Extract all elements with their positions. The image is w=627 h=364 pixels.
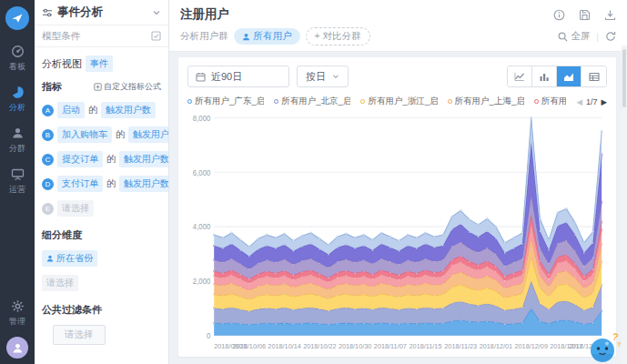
stacked-area-chart[interactable]: 02,0004,0006,0008,0002018/09/282018/10/0… xyxy=(187,110,607,355)
metric-row-d: D 支付订单 的 触发用户数 xyxy=(42,176,161,192)
chart-card: 近90日 按日 所有用户_广东 xyxy=(178,57,616,357)
analysis-view-label: 分析视图 xyxy=(42,57,82,71)
sidebar-item-segments[interactable]: 分群 xyxy=(9,126,25,155)
chevron-down-icon xyxy=(332,73,339,80)
legend-page-indicator: 1/7 xyxy=(586,97,598,106)
sidebar-item-analysis[interactable]: 分析 xyxy=(9,86,25,114)
granularity-select[interactable]: 按日 xyxy=(297,66,349,87)
sidebar-item-label: 分析 xyxy=(9,102,25,114)
panel-title: 事件分析 xyxy=(57,5,147,20)
svg-text:2018/10/14: 2018/10/14 xyxy=(268,341,301,349)
svg-text:2018/12/09: 2018/12/09 xyxy=(515,341,548,349)
legend-marker xyxy=(534,99,539,104)
group-label: 分析用户群 xyxy=(180,30,228,43)
legend-prev-arrow[interactable]: ◀ xyxy=(576,97,582,106)
measure-tag[interactable]: 触发用户数 xyxy=(119,176,168,192)
chevron-down-icon[interactable] xyxy=(152,8,161,17)
pie-chart-icon xyxy=(11,86,25,99)
scrollbar-thumb[interactable] xyxy=(622,49,626,107)
filter-row: 请选择 xyxy=(42,325,161,345)
legend-marker xyxy=(360,99,365,104)
breakdown-label: 细分维度 xyxy=(42,228,82,242)
svg-text:?: ? xyxy=(617,341,621,348)
metric-add-placeholder[interactable]: 请选择 xyxy=(57,200,94,217)
helper-mascot[interactable]: ? ? xyxy=(587,329,623,364)
main-header: 注册用户 分析用户群 所有用户 + 对比分群 全屏 | xyxy=(169,0,627,52)
legend-item-5[interactable]: 所有用户_湖南 xyxy=(534,96,567,107)
sidebar-item-label: 管理 xyxy=(9,316,25,328)
formula-icon xyxy=(94,83,102,91)
panel-body: 分析视图 事件 指标 自定义指标公式 A 启动 的 触发用户数 B 加入购物车 … xyxy=(35,47,168,361)
chart-type-line-button[interactable] xyxy=(508,66,532,86)
filter-add-placeholder[interactable]: 请选择 xyxy=(53,325,106,345)
breakdown-tag-province[interactable]: 所在省份 xyxy=(42,250,97,267)
analysis-view-row: 分析视图 事件 xyxy=(42,56,161,72)
event-tag[interactable]: 启动 xyxy=(57,102,85,118)
sidebar-item-label: 看板 xyxy=(9,61,25,73)
user-avatar[interactable] xyxy=(6,337,28,359)
metric-badge: B xyxy=(42,129,54,141)
legend-item-3[interactable]: 所有用户_浙江_启动的触发用户数 xyxy=(360,96,437,107)
user-group-icon xyxy=(11,126,25,140)
model-condition-row[interactable]: 模型条件 xyxy=(35,25,168,47)
magnifier-icon xyxy=(558,32,568,42)
save-icon[interactable] xyxy=(579,9,591,21)
calendar-icon xyxy=(196,72,206,82)
filter-label: 公共过滤条件 xyxy=(42,303,102,317)
all-users-pill[interactable]: 所有用户 xyxy=(234,28,300,45)
metric-row-b: B 加入购物车 的 触发用户数 xyxy=(42,126,161,143)
custom-formula-link[interactable]: 自定义指标公式 xyxy=(94,81,161,93)
metric-row-a: A 启动 的 触发用户数 xyxy=(42,102,161,118)
svg-text:6,000: 6,000 xyxy=(193,168,211,177)
metric-badge-next: E xyxy=(42,203,54,215)
analysis-config-panel: 事件分析 模型条件 分析视图 事件 指标 自定义指标公式 A 启动 的 触发用户… xyxy=(35,0,169,364)
line-chart-icon xyxy=(514,72,525,82)
measure-tag[interactable]: 触发用户数 xyxy=(119,151,168,167)
sidebar-item-dashboard[interactable]: 看板 xyxy=(9,45,25,73)
svg-text:8,000: 8,000 xyxy=(193,114,211,122)
chart-type-table-button[interactable] xyxy=(581,66,606,86)
chart-type-area-button[interactable] xyxy=(557,66,581,86)
compare-group-button[interactable]: + 对比分群 xyxy=(306,27,370,46)
date-range-value: 近90日 xyxy=(211,70,242,84)
event-tag[interactable]: 支付订单 xyxy=(57,176,103,192)
refresh-icon[interactable] xyxy=(605,31,616,42)
measure-tag[interactable]: 触发用户数 xyxy=(128,126,168,143)
date-range-input[interactable]: 近90日 xyxy=(187,66,289,87)
legend-item-1[interactable]: 所有用户_广东_启动的触发用户数 xyxy=(187,96,264,107)
svg-text:4,000: 4,000 xyxy=(193,223,211,231)
svg-text:2018/10/30: 2018/10/30 xyxy=(339,341,371,349)
metrics-header-row: 指标 自定义指标公式 xyxy=(42,80,161,94)
chart-legend: 所有用户_广东_启动的触发用户数 所有用户_北京_启动的触发用户数 所有用户_浙… xyxy=(187,96,607,107)
info-icon[interactable] xyxy=(553,9,565,21)
svg-text:2018/11/23: 2018/11/23 xyxy=(444,341,477,349)
granularity-value: 按日 xyxy=(306,70,326,84)
page-title: 注册用户 xyxy=(180,6,553,23)
view-tag-event[interactable]: 事件 xyxy=(86,56,113,72)
sidebar-item-admin[interactable]: 管理 xyxy=(9,299,25,328)
svg-text:2018/10/06: 2018/10/06 xyxy=(233,341,266,349)
dimension-person-icon xyxy=(46,255,54,262)
chart-canvas[interactable]: 02,0004,0006,0008,0002018/09/282018/10/0… xyxy=(187,110,607,355)
save-model-icon[interactable] xyxy=(151,31,161,41)
main-area: 注册用户 分析用户群 所有用户 + 对比分群 全屏 | xyxy=(169,0,627,364)
sidebar-item-operation[interactable]: 运营 xyxy=(9,167,25,196)
svg-text:2,000: 2,000 xyxy=(193,278,211,286)
fullscreen-button[interactable]: 全屏 xyxy=(558,30,590,43)
legend-next-arrow[interactable]: ▶ xyxy=(601,97,607,106)
person-icon xyxy=(12,342,24,354)
event-tag[interactable]: 加入购物车 xyxy=(57,126,112,143)
breakdown-add-placeholder[interactable]: 请选择 xyxy=(42,275,78,291)
download-icon[interactable] xyxy=(604,9,616,21)
chart-toolbar: 近90日 按日 xyxy=(187,66,607,87)
legend-item-4[interactable]: 所有用户_上海_启动的触发用户数 xyxy=(448,96,524,107)
measure-tag[interactable]: 触发用户数 xyxy=(101,102,156,118)
panel-header: 事件分析 xyxy=(35,0,168,25)
filter-header-row: 公共过滤条件 xyxy=(42,303,161,317)
app-logo[interactable] xyxy=(5,6,29,30)
breakdown-add-row: 请选择 xyxy=(42,275,161,291)
event-tag[interactable]: 提交订单 xyxy=(57,151,103,167)
scrollbar-track[interactable] xyxy=(622,46,627,364)
chart-type-bar-button[interactable] xyxy=(532,66,557,86)
legend-item-2[interactable]: 所有用户_北京_启动的触发用户数 xyxy=(274,96,350,107)
